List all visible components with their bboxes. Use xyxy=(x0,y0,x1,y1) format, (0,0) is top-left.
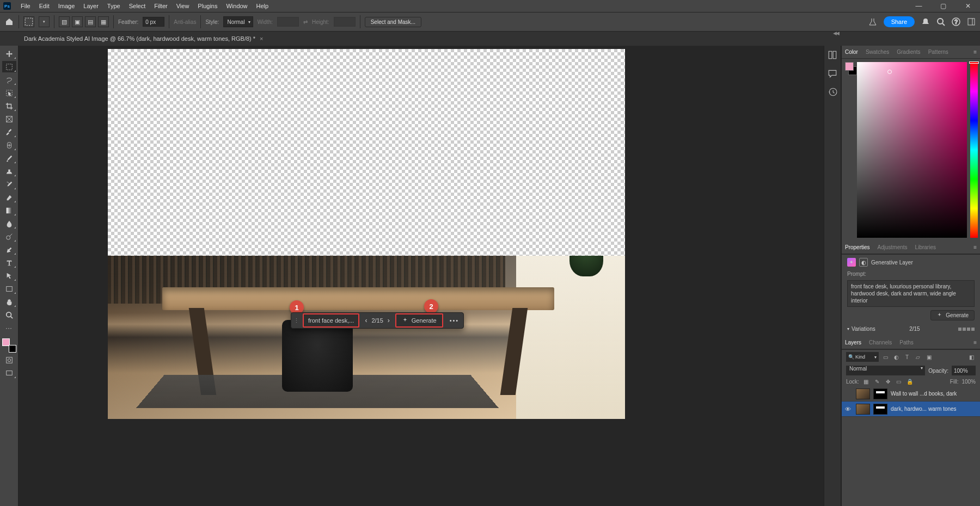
contextual-task-bar[interactable]: ⋮ front face desk,... ‹ 2/15 › Generate … xyxy=(291,312,464,329)
next-variation-icon[interactable]: › xyxy=(384,317,393,324)
history-icon[interactable] xyxy=(828,87,837,97)
grid-view-icon[interactable] xyxy=(958,328,975,331)
tab-color[interactable]: Color xyxy=(845,49,858,55)
tab-paths[interactable]: Paths xyxy=(899,340,914,345)
crop-tool[interactable] xyxy=(2,100,16,112)
workspace-icon[interactable] xyxy=(967,17,976,26)
layer-name[interactable]: dark, hardwo... warm tones xyxy=(891,406,977,412)
menu-file[interactable]: File xyxy=(16,3,35,9)
screen-mode-icon[interactable] xyxy=(2,367,16,379)
rectangle-tool[interactable] xyxy=(2,283,16,294)
document-canvas[interactable] xyxy=(108,49,625,419)
path-select-tool[interactable] xyxy=(2,270,16,281)
filter-adjust-icon[interactable]: ◐ xyxy=(892,353,901,361)
blur-tool[interactable] xyxy=(2,218,16,229)
close-tab-icon[interactable]: × xyxy=(260,35,263,42)
sel-subtract-icon[interactable]: ▤ xyxy=(85,16,96,27)
tab-swatches[interactable]: Swatches xyxy=(866,49,889,55)
layer-thumbnail[interactable] xyxy=(856,388,870,399)
menu-image[interactable]: Image xyxy=(54,3,79,9)
select-and-mask-button[interactable]: Select and Mask... xyxy=(365,17,421,27)
history-brush-tool[interactable] xyxy=(2,178,16,190)
lasso-tool[interactable] xyxy=(2,74,16,85)
lock-nest-icon[interactable]: ▭ xyxy=(895,379,903,385)
filter-shape-icon[interactable]: ▱ xyxy=(914,353,922,361)
style-dropdown[interactable]: Normal xyxy=(223,16,253,27)
prev-variation-icon[interactable]: ‹ xyxy=(362,317,370,324)
menu-plugins[interactable]: Plugins xyxy=(193,3,222,9)
tab-channels[interactable]: Channels xyxy=(869,340,892,345)
lock-pos-icon[interactable]: ✥ xyxy=(884,379,892,385)
hand-tool[interactable] xyxy=(2,296,16,307)
menu-help[interactable]: Help xyxy=(252,3,273,9)
sel-add-icon[interactable]: ▣ xyxy=(72,16,83,27)
bell-icon[interactable] xyxy=(921,17,930,26)
frame-tool[interactable] xyxy=(2,113,16,125)
menu-edit[interactable]: Edit xyxy=(35,3,54,9)
color-field[interactable] xyxy=(857,62,978,238)
menu-view[interactable]: View xyxy=(172,3,194,9)
tab-properties[interactable]: Properties xyxy=(845,244,870,250)
lock-brush-icon[interactable]: ✎ xyxy=(873,379,881,385)
menu-select[interactable]: Select xyxy=(125,3,150,9)
marquee-dropdown-icon[interactable]: ▾ xyxy=(39,16,50,27)
variations-toggle-icon[interactable]: ▾ xyxy=(847,326,849,331)
color-swatch[interactable] xyxy=(2,338,16,353)
menu-window[interactable]: Window xyxy=(222,3,252,9)
eyedropper-tool[interactable] xyxy=(2,126,16,138)
menu-layer[interactable]: Layer xyxy=(79,3,103,9)
zoom-tool[interactable] xyxy=(2,309,16,320)
canvas-area[interactable]: 1 2 ⋮ front face desk,... ‹ 2/15 › Gener… xyxy=(19,46,824,506)
strip-icon-1[interactable] xyxy=(828,50,837,60)
beaker-icon[interactable] xyxy=(868,17,877,26)
opacity-input[interactable]: 100% xyxy=(952,366,976,375)
help-icon[interactable]: ? xyxy=(952,17,960,26)
lock-all-icon[interactable]: 🔒 xyxy=(906,379,914,385)
panel-fg-color[interactable] xyxy=(845,62,854,71)
marquee-tool-preset[interactable] xyxy=(23,16,34,27)
document-tab[interactable]: Dark Academia Styled AI Image @ 66.7% (d… xyxy=(19,32,269,46)
filter-smart-icon[interactable]: ▣ xyxy=(924,353,933,361)
quick-mask-icon[interactable] xyxy=(2,354,16,366)
collapse-panels-icon[interactable]: ◀◀ xyxy=(833,30,838,36)
background-color[interactable] xyxy=(9,345,16,353)
prompt-textarea[interactable]: front face desk, luxurious personal libr… xyxy=(847,280,975,307)
filter-type-icon[interactable]: T xyxy=(903,353,911,361)
healing-brush-tool[interactable] xyxy=(2,139,16,151)
layer-item[interactable]: Wall to wall ...d books, dark xyxy=(842,386,980,402)
hue-slider-thumb[interactable] xyxy=(969,61,979,64)
filter-pixel-icon[interactable]: ▭ xyxy=(881,353,890,361)
gradient-tool[interactable] xyxy=(2,205,16,216)
home-icon[interactable] xyxy=(4,17,14,26)
layer-mask-thumbnail[interactable] xyxy=(873,404,887,415)
prompt-chip[interactable]: front face desk,... xyxy=(303,313,359,328)
clone-stamp-tool[interactable] xyxy=(2,165,16,177)
brush-tool[interactable] xyxy=(2,152,16,164)
marquee-tool[interactable] xyxy=(2,61,16,72)
type-tool[interactable] xyxy=(2,257,16,268)
pen-tool[interactable] xyxy=(2,244,16,255)
sel-new-icon[interactable]: ▧ xyxy=(59,16,70,27)
color-picker-cursor[interactable] xyxy=(887,70,892,74)
menu-filter[interactable]: Filter xyxy=(150,3,171,9)
dodge-tool[interactable] xyxy=(2,231,16,242)
panel-menu-icon[interactable]: ≡ xyxy=(973,244,977,250)
layer-filter-kind[interactable]: Kind xyxy=(846,352,879,362)
lock-trans-icon[interactable]: ▦ xyxy=(862,379,870,385)
edit-toolbar-icon[interactable]: ··· xyxy=(2,322,16,334)
maximize-button[interactable]: ▢ xyxy=(931,0,955,12)
tab-libraries[interactable]: Libraries xyxy=(915,244,936,250)
filter-toggle-icon[interactable]: ◧ xyxy=(967,353,976,361)
layer-name[interactable]: Wall to wall ...d books, dark xyxy=(891,391,977,397)
panel-menu-icon[interactable]: ≡ xyxy=(973,49,977,55)
drag-handle-icon[interactable]: ⋮ xyxy=(291,317,302,324)
layer-item[interactable]: 👁 dark, hardwo... warm tones xyxy=(842,402,980,417)
search-icon[interactable] xyxy=(936,17,945,26)
panel-generate-button[interactable]: Generate xyxy=(930,310,975,320)
fill-input[interactable]: 100% xyxy=(961,379,976,385)
close-button[interactable]: ✕ xyxy=(955,0,980,12)
hue-slider[interactable] xyxy=(970,62,978,238)
tab-gradients[interactable]: Gradients xyxy=(897,49,920,55)
layer-mask-thumbnail[interactable] xyxy=(873,388,887,399)
feather-input[interactable]: 0 px xyxy=(143,17,164,27)
